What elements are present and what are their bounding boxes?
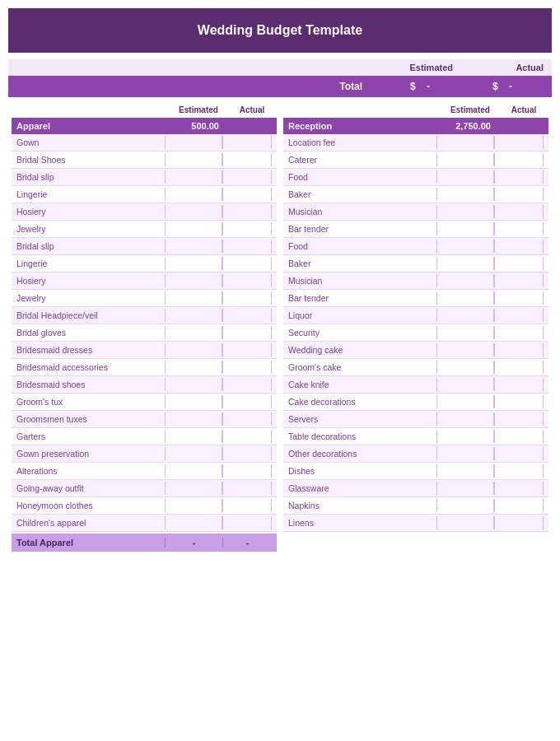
reception-item-actual[interactable] [494, 291, 544, 305]
reception-row: Wedding cake [283, 342, 548, 359]
reception-item-estimated[interactable] [436, 274, 494, 287]
reception-item-actual[interactable] [494, 205, 544, 218]
reception-item-estimated[interactable] [436, 464, 494, 478]
reception-item-estimated[interactable] [436, 222, 494, 235]
reception-item-actual[interactable] [494, 343, 544, 357]
apparel-item-estimated[interactable] [165, 447, 222, 460]
reception-item-actual[interactable] [494, 170, 544, 184]
reception-rows: Location fee Caterer Food Baker Musician… [283, 134, 548, 532]
reception-item-actual[interactable] [494, 464, 544, 478]
apparel-item-actual[interactable] [222, 136, 272, 149]
apparel-item-estimated[interactable] [165, 343, 222, 357]
apparel-item-estimated[interactable] [165, 516, 222, 529]
apparel-item-estimated[interactable] [165, 326, 222, 339]
reception-item-estimated[interactable] [436, 378, 494, 391]
apparel-item-estimated[interactable] [165, 222, 222, 235]
apparel-item-actual[interactable] [222, 170, 272, 184]
reception-item-estimated[interactable] [436, 482, 494, 495]
reception-item-estimated[interactable] [436, 257, 494, 270]
apparel-item-estimated[interactable] [165, 361, 222, 374]
apparel-item-actual[interactable] [222, 222, 272, 235]
reception-item-actual[interactable] [494, 309, 544, 322]
apparel-item-actual[interactable] [222, 205, 272, 218]
apparel-item-actual[interactable] [222, 447, 272, 460]
reception-item-estimated[interactable] [436, 170, 494, 184]
apparel-item-estimated[interactable] [165, 395, 222, 408]
apparel-item-actual[interactable] [222, 153, 272, 166]
reception-item-name: Other decorations [288, 449, 436, 459]
reception-item-actual[interactable] [494, 499, 544, 512]
apparel-item-actual[interactable] [222, 257, 272, 270]
apparel-row: Honeymoon clothes [12, 497, 277, 515]
reception-row: Glassware [283, 480, 548, 497]
reception-item-estimated[interactable] [436, 205, 494, 218]
apparel-item-actual[interactable] [222, 343, 272, 357]
apparel-item-actual[interactable] [222, 326, 272, 339]
apparel-item-actual[interactable] [222, 240, 272, 253]
apparel-item-estimated[interactable] [165, 378, 222, 391]
apparel-item-estimated[interactable] [165, 188, 222, 201]
reception-item-actual[interactable] [494, 378, 544, 391]
apparel-item-name: Bridal slip [16, 241, 165, 251]
reception-item-actual[interactable] [494, 257, 544, 270]
apparel-item-actual[interactable] [222, 361, 272, 374]
reception-item-estimated[interactable] [436, 153, 494, 166]
apparel-item-estimated[interactable] [165, 412, 222, 426]
reception-item-estimated[interactable] [436, 309, 494, 322]
reception-item-estimated[interactable] [436, 343, 494, 357]
reception-item-actual[interactable] [494, 188, 544, 201]
apparel-item-actual[interactable] [222, 499, 272, 512]
apparel-item-actual[interactable] [222, 395, 272, 408]
apparel-item-estimated[interactable] [165, 482, 222, 495]
reception-item-estimated[interactable] [436, 188, 494, 201]
apparel-item-actual[interactable] [222, 378, 272, 391]
apparel-item-actual[interactable] [222, 188, 272, 201]
reception-item-estimated[interactable] [436, 291, 494, 305]
reception-item-actual[interactable] [494, 240, 544, 253]
reception-item-actual[interactable] [494, 447, 544, 460]
apparel-item-estimated[interactable] [165, 309, 222, 322]
apparel-item-estimated[interactable] [165, 170, 222, 184]
apparel-item-actual[interactable] [222, 516, 272, 529]
apparel-item-actual[interactable] [222, 482, 272, 495]
apparel-item-estimated[interactable] [165, 136, 222, 149]
apparel-item-actual[interactable] [222, 274, 272, 287]
reception-item-actual[interactable] [494, 153, 544, 166]
reception-item-estimated[interactable] [436, 430, 494, 443]
apparel-item-estimated[interactable] [165, 153, 222, 166]
apparel-item-estimated[interactable] [165, 430, 222, 443]
apparel-item-actual[interactable] [222, 309, 272, 322]
reception-item-estimated[interactable] [436, 240, 494, 253]
reception-item-estimated[interactable] [436, 395, 494, 408]
reception-item-actual[interactable] [494, 430, 544, 443]
reception-item-estimated[interactable] [436, 326, 494, 339]
reception-item-estimated[interactable] [436, 136, 494, 149]
reception-item-actual[interactable] [494, 482, 544, 495]
apparel-item-estimated[interactable] [165, 274, 222, 287]
apparel-item-estimated[interactable] [165, 257, 222, 270]
apparel-item-estimated[interactable] [165, 205, 222, 218]
apparel-item-estimated[interactable] [165, 499, 222, 512]
reception-item-actual[interactable] [494, 326, 544, 339]
reception-item-actual[interactable] [494, 222, 544, 235]
reception-item-name: Glassware [288, 483, 436, 493]
reception-item-actual[interactable] [494, 395, 544, 408]
reception-item-estimated[interactable] [436, 412, 494, 426]
apparel-item-actual[interactable] [222, 430, 272, 443]
apparel-item-estimated[interactable] [165, 291, 222, 305]
apparel-item-estimated[interactable] [165, 464, 222, 478]
apparel-item-estimated[interactable] [165, 240, 222, 253]
reception-item-actual[interactable] [494, 361, 544, 374]
reception-item-actual[interactable] [494, 412, 544, 426]
reception-item-actual[interactable] [494, 516, 544, 529]
reception-item-estimated[interactable] [436, 361, 494, 374]
apparel-item-actual[interactable] [222, 291, 272, 305]
reception-item-estimated[interactable] [436, 516, 494, 529]
apparel-item-actual[interactable] [222, 412, 272, 426]
apparel-item-actual[interactable] [222, 464, 272, 478]
reception-item-estimated[interactable] [436, 499, 494, 512]
reception-item-actual[interactable] [494, 274, 544, 287]
reception-column: Estimated Actual Reception 2,750.00 Loca… [283, 104, 548, 552]
reception-item-actual[interactable] [494, 136, 544, 149]
reception-item-estimated[interactable] [436, 447, 494, 460]
